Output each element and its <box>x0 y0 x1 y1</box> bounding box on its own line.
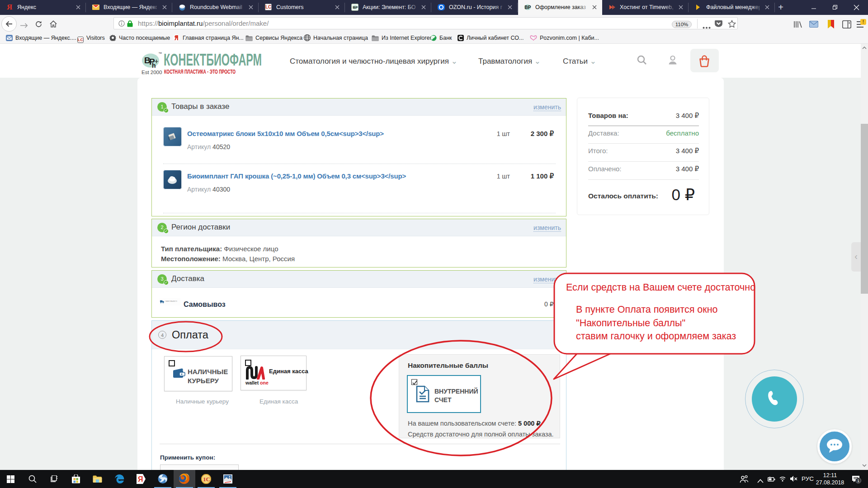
svg-text:BP: BP <box>525 5 531 10</box>
svg-text:1С: 1С <box>203 476 210 483</box>
svg-text:BP: BP <box>353 5 359 9</box>
svg-text:Я: Я <box>138 475 143 483</box>
svg-text:™: ™ <box>158 52 162 56</box>
svg-text:h: h <box>152 62 156 69</box>
